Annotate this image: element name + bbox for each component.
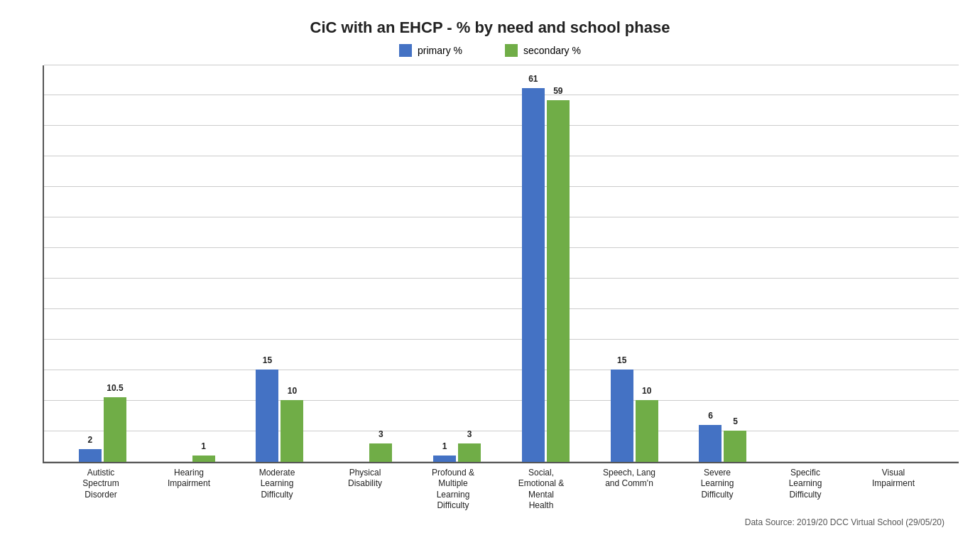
bar-primary-rect [611, 370, 633, 461]
x-label: SpecificLearningDifficulty [761, 468, 849, 512]
bar-group: 65 [679, 65, 768, 462]
bar-primary-value: 1 [442, 441, 447, 451]
x-label: PhysicalDisability [321, 468, 409, 512]
bar-primary-value: 61 [528, 74, 538, 84]
bar-primary: 6 [699, 425, 722, 462]
bar-group: 1510 [590, 65, 679, 462]
bar-group: 1 [147, 65, 236, 462]
bar-pair: 1510 [611, 370, 658, 461]
bar-secondary: 3 [458, 443, 481, 462]
bar-secondary: 59 [547, 100, 570, 461]
legend-primary-label: primary % [418, 45, 462, 56]
bar-primary-rect [256, 370, 278, 461]
bar-pair: 6159 [522, 88, 570, 462]
legend-secondary: secondary % [505, 44, 581, 57]
x-label: AutisticSpectrumDisorder [57, 468, 145, 512]
bar-primary-rect [699, 425, 722, 462]
bar-pair: 1510 [256, 370, 303, 461]
bar-secondary-value: 59 [553, 86, 562, 96]
bar-secondary-value: 10 [642, 386, 651, 396]
bar-primary-value: 15 [617, 355, 626, 365]
bar-primary: 61 [522, 88, 545, 462]
legend-primary-color [399, 44, 412, 57]
bar-secondary-rect [192, 456, 215, 462]
chart-area: 210.5115103136159151065 [43, 65, 959, 463]
bar-group: 210.5 [58, 65, 147, 462]
bar-secondary: 3 [369, 443, 392, 462]
bar-secondary-rect [636, 400, 658, 461]
bar-secondary-rect [369, 443, 392, 462]
bar-primary: 1 [433, 456, 456, 462]
bar-primary-value: 6 [708, 411, 713, 421]
bar-group: 6159 [501, 65, 590, 462]
bar-primary-value: 2 [88, 435, 93, 445]
bar-secondary-value: 5 [733, 416, 738, 426]
bar-pair: 65 [699, 425, 746, 462]
bar-secondary: 10 [636, 400, 658, 461]
bar-group: 3 [324, 65, 413, 462]
data-source: Data Source: 2019/20 DCC Virtual School … [28, 517, 944, 527]
bar-secondary: 10.5 [104, 397, 126, 461]
bar-primary-rect [433, 456, 456, 462]
bar-secondary-rect [458, 443, 481, 462]
legend-secondary-label: secondary % [523, 45, 581, 56]
bar-pair: 1 [168, 456, 215, 462]
bar-group: 1510 [236, 65, 325, 462]
bars-wrapper: 210.5115103136159151065 [44, 65, 959, 462]
chart-container: CiC with an EHCP - % by need and school … [14, 11, 966, 544]
bar-primary: 2 [79, 449, 102, 461]
bar-secondary-value: 1 [201, 441, 206, 451]
bar-primary: 15 [611, 370, 633, 461]
x-label: HearingImpairment [145, 468, 233, 512]
bar-primary-rect [522, 88, 545, 462]
bar-pair: 13 [433, 443, 481, 462]
legend: primary % secondary % [28, 44, 952, 57]
chart-title: CiC with an EHCP - % by need and school … [28, 18, 952, 37]
bar-primary-rect [79, 449, 102, 461]
x-label: VisualImpairment [849, 468, 937, 512]
x-label: Profound &MultipleLearningDifficulty [409, 468, 497, 512]
x-labels: AutisticSpectrumDisorderHearingImpairmen… [43, 468, 952, 512]
bar-group: 13 [413, 65, 501, 462]
x-label: SevereLearningDifficulty [673, 468, 761, 512]
bar-group [767, 65, 856, 462]
bar-secondary-rect [547, 100, 570, 461]
bar-pair: 3 [344, 443, 392, 462]
bar-primary: 15 [256, 370, 278, 461]
bar-secondary: 5 [724, 431, 746, 461]
bar-secondary-value: 10.5 [107, 383, 123, 393]
bar-pair: 210.5 [79, 397, 126, 461]
legend-secondary-color [505, 44, 518, 57]
bar-primary-value: 15 [263, 355, 272, 365]
bar-secondary: 10 [281, 400, 303, 461]
bar-secondary-rect [104, 397, 126, 461]
bar-secondary-rect [281, 400, 303, 461]
bar-secondary: 1 [192, 456, 215, 462]
bar-secondary-value: 10 [288, 386, 297, 396]
legend-primary: primary % [399, 44, 462, 57]
x-label: ModerateLearningDifficulty [233, 468, 321, 512]
bar-secondary-value: 3 [379, 429, 383, 439]
bar-secondary-rect [724, 431, 746, 461]
bar-secondary-value: 3 [467, 429, 472, 439]
x-label: Social,Emotional &MentalHealth [497, 468, 585, 512]
x-label: Speech, Langand Comm'n [585, 468, 673, 512]
bar-group [856, 65, 944, 462]
